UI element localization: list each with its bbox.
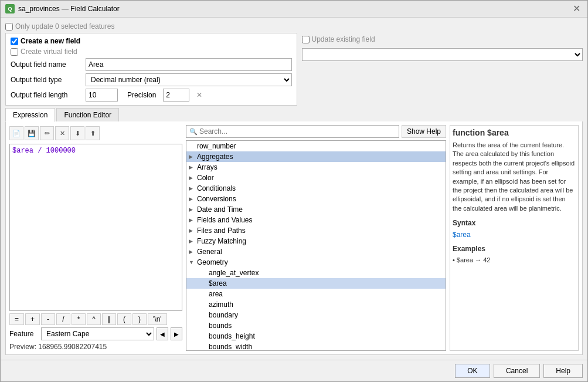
tree-item-fields-values[interactable]: ▶ Fields and Values: [186, 215, 446, 225]
update-field-dropdown[interactable]: [302, 48, 583, 61]
output-field-length-row: Output field length Precision ✕: [11, 89, 292, 102]
create-virtual-checkbox[interactable]: [11, 48, 18, 56]
create-virtual-label: Create virtual field: [11, 48, 292, 56]
tabs-row: Expression Function Editor: [5, 108, 583, 121]
precision-label: Precision: [127, 91, 156, 99]
tree-item-angle-at-vertex[interactable]: angle_at_vertex: [186, 268, 446, 278]
show-help-btn[interactable]: Show Help: [402, 125, 446, 138]
save-expr-btn[interactable]: 💾: [25, 126, 39, 140]
output-field-name-row: Output field name: [11, 58, 292, 71]
tree-item-area[interactable]: area: [186, 289, 446, 299]
help-button[interactable]: Help: [543, 364, 583, 378]
tree-item-azimuth[interactable]: azimuth: [186, 299, 446, 310]
tree-item-fuzzy-matching[interactable]: ▶ Fuzzy Matching: [186, 236, 446, 246]
output-field-type-row: Output field type Decimal number (real): [11, 73, 292, 86]
feature-row: Feature Eastern Cape ◀ ▶: [9, 327, 182, 340]
op-minus[interactable]: -: [41, 313, 55, 325]
tree-item-conversions[interactable]: ▶ Conversions: [186, 194, 446, 204]
tree-item-date-time[interactable]: ▶ Date and Time: [186, 204, 446, 215]
close-button[interactable]: ✕: [570, 4, 583, 13]
only-update-checkbox[interactable]: [5, 23, 13, 31]
content-area: Only update 0 selected features Create a…: [1, 18, 587, 360]
search-wrapper: 🔍: [186, 125, 399, 138]
search-row: 🔍 Show Help: [186, 125, 446, 138]
tree-item-bounds-height[interactable]: bounds_height: [186, 331, 446, 342]
tree-item-bounds-width[interactable]: bounds_width: [186, 342, 446, 351]
op-equals[interactable]: =: [9, 313, 24, 325]
main-content-area: 📄 💾 ✏ ✕ ⬇ ⬆ $area / 1000000 = +: [5, 121, 583, 355]
precision-clear-icon[interactable]: ✕: [196, 91, 202, 99]
help-examples-label: Examples: [453, 245, 576, 253]
search-input[interactable]: [186, 125, 399, 138]
update-existing-checkbox[interactable]: [302, 36, 310, 43]
help-syntax-value: $area: [453, 231, 576, 239]
preview-value: 168965.99082207415: [38, 343, 107, 351]
op-divide[interactable]: /: [56, 313, 70, 325]
tree-item-geometry[interactable]: ▼ Geometry: [186, 257, 446, 268]
expression-editor[interactable]: $area / 1000000: [9, 144, 182, 311]
help-title: function $area: [453, 128, 576, 137]
tree-item-conditionals[interactable]: ▶ Conditionals: [186, 183, 446, 194]
main-window: Q sa_provinces — Field Calculator ✕ Only…: [0, 0, 588, 382]
ok-button[interactable]: OK: [455, 364, 490, 378]
op-power[interactable]: ^: [87, 313, 101, 325]
tab-function-editor[interactable]: Function Editor: [56, 108, 119, 121]
lower-section: Expression Function Editor 📄 💾 ✏ ✕ ⬇ ⬆: [5, 108, 583, 355]
update-field-section: Update existing field: [302, 33, 583, 63]
help-panel: function $area Returns the area of the c…: [450, 125, 579, 351]
tree-item-arrays[interactable]: ▶ Arrays: [186, 162, 446, 173]
preview-row: Preview: 168965.99082207415: [9, 343, 182, 351]
create-field-checkbox-label[interactable]: Create a new field: [11, 37, 292, 45]
help-example-value: • $area → 42: [453, 256, 576, 263]
tree-item-row-number[interactable]: row_number: [186, 141, 446, 151]
update-existing-label[interactable]: Update existing field: [302, 35, 583, 43]
tree-item-sarea[interactable]: $area: [186, 278, 446, 289]
app-icon: Q: [5, 4, 15, 13]
function-tree[interactable]: row_number ▶ Aggregates ▶ Arrays: [186, 140, 446, 351]
top-options-row: Only update 0 selected features: [5, 22, 583, 31]
import-expr-btn[interactable]: ⬇: [70, 126, 84, 140]
op-close-paren[interactable]: ): [132, 313, 147, 325]
op-concat[interactable]: ‖: [102, 313, 116, 325]
precision-spinbox[interactable]: [163, 89, 189, 102]
prev-feature-btn[interactable]: ◀: [157, 327, 168, 340]
titlebar: Q sa_provinces — Field Calculator ✕: [1, 1, 587, 18]
delete-expr-btn[interactable]: ✕: [55, 126, 69, 140]
top-section: Create a new field Create virtual field …: [5, 33, 583, 106]
op-plus[interactable]: +: [25, 313, 40, 325]
op-open-paren[interactable]: (: [117, 313, 131, 325]
length-spinbox[interactable]: [86, 89, 118, 102]
create-field-box: Create a new field Create virtual field …: [5, 33, 297, 106]
titlebar-left: Q sa_provinces — Field Calculator: [5, 4, 120, 13]
op-newline[interactable]: '\n': [148, 313, 167, 325]
window-title: sa_provinces — Field Calculator: [18, 5, 120, 13]
search-icon: 🔍: [189, 128, 198, 136]
cancel-button[interactable]: Cancel: [494, 364, 540, 378]
tree-item-aggregates[interactable]: ▶ Aggregates: [186, 151, 446, 162]
create-field-checkbox[interactable]: [11, 38, 18, 45]
tree-item-bounds[interactable]: bounds: [186, 320, 446, 331]
feature-select[interactable]: Eastern Cape: [41, 327, 154, 340]
op-multiply[interactable]: *: [72, 313, 86, 325]
operators-row: = + - / * ^ ‖ ( ) '\n': [9, 313, 182, 325]
bottom-bar: OK Cancel Help: [1, 360, 587, 381]
next-feature-btn[interactable]: ▶: [171, 327, 182, 340]
expression-panel: 📄 💾 ✏ ✕ ⬇ ⬆ $area / 1000000 = +: [9, 125, 182, 351]
tree-item-files-paths[interactable]: ▶ Files and Paths: [186, 225, 446, 236]
help-description: Returns the area of the current feature.…: [453, 141, 576, 213]
expression-toolbar: 📄 💾 ✏ ✕ ⬇ ⬆: [9, 125, 182, 141]
tree-item-color[interactable]: ▶ Color: [186, 173, 446, 183]
new-expr-btn[interactable]: 📄: [9, 126, 23, 140]
edit-expr-btn[interactable]: ✏: [40, 126, 54, 140]
tab-expression[interactable]: Expression: [5, 108, 55, 122]
export-expr-btn[interactable]: ⬆: [86, 126, 100, 140]
output-field-name-input[interactable]: [86, 58, 292, 71]
help-syntax-label: Syntax: [453, 219, 576, 227]
output-field-type-select[interactable]: Decimal number (real): [86, 73, 292, 86]
tree-item-general[interactable]: ▶ General: [186, 246, 446, 257]
function-tree-panel: 🔍 Show Help row_number: [186, 125, 446, 351]
tree-item-boundary[interactable]: boundary: [186, 310, 446, 320]
only-update-label: Only update 0 selected features: [5, 22, 114, 31]
